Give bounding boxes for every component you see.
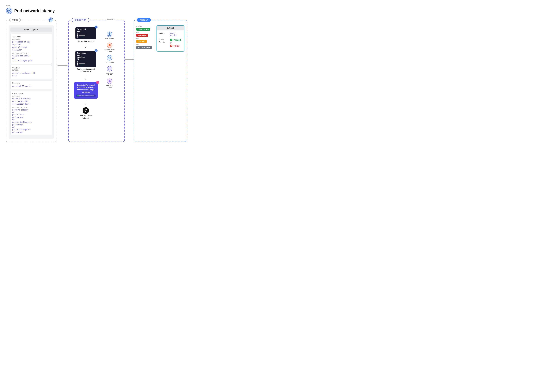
flow-node-2: ContainerandsandboxIDs Derive container …	[75, 51, 96, 73]
or-text-3: OR	[12, 119, 50, 121]
probe-failed: Failed	[170, 44, 181, 47]
container-runtime-group: Containerruntime docker , container ID c…	[10, 65, 52, 79]
probe-prometheus: PROMETHEUSPROBE	[102, 42, 117, 52]
output-card-header: Output	[157, 26, 184, 30]
flow-node-3: Create traffic control rules inside netw…	[74, 82, 98, 99]
any-one-label-1: ANY ONE OF THESE	[12, 53, 50, 54]
probe-results-values: Passed OR Failed	[170, 38, 181, 47]
app-detail-item-4: list of target pods	[12, 59, 50, 62]
http-probe-icon	[107, 55, 112, 61]
wait-icon: ⏱	[83, 107, 89, 114]
flow-node-1: TargetedPods Derive final pod list	[75, 27, 96, 43]
flow-node-label-4: Wait for ChaosInterval	[80, 115, 92, 119]
flow-node-4: ⏱ Wait for ChaosInterval	[80, 107, 92, 119]
probe-k8s: K8S PROBE	[102, 31, 117, 39]
chaos-item-6: packet duplicationpercentage	[12, 121, 50, 126]
page-wrapper: Fault Pod network latency TUNE	[6, 5, 528, 142]
arrow-circle-1	[57, 65, 59, 66]
kubernetes-icon	[6, 8, 13, 14]
probe-srm: SRM SLOPROBE	[102, 78, 117, 88]
svg-point-34	[96, 81, 99, 84]
svg-text:✓: ✓	[78, 95, 79, 96]
flow-node-label-1: Derive final pod list	[78, 40, 94, 43]
probe-results-row: ProbeResults Passed OR	[159, 38, 182, 47]
chaos-item-4: network latency	[12, 109, 50, 111]
privilege-text: Privilege access required	[79, 95, 94, 96]
probe-passed: Passed	[170, 38, 181, 42]
tune-k8s-icon	[48, 17, 53, 23]
flow-arrow-3	[86, 100, 86, 104]
arrow-execution-result	[125, 59, 134, 61]
k8s-probe-icon	[107, 31, 112, 37]
sequence-label: Sequence	[12, 82, 50, 84]
status-label: STATUS	[136, 25, 152, 27]
svg-point-27	[96, 51, 96, 51]
exec-flow: TargetedPods Derive final pod list	[71, 24, 101, 120]
privilege-badge: ✓ Privilege access required	[76, 94, 96, 97]
container-runtime-item-2: crio	[12, 75, 50, 77]
prometheus-probe-icon	[107, 42, 112, 48]
or-text-4: OR	[12, 126, 50, 128]
chaos-item-3: destination hosts	[12, 103, 50, 105]
arrow-shaft-1	[59, 65, 66, 66]
output-card-body: Metrics chaos metrics ProbeResults	[157, 30, 184, 51]
traffic-control-card: Create traffic control rules inside netw…	[74, 82, 98, 99]
arrow-head-1	[66, 65, 68, 66]
output-card: Output Metrics chaos metrics ProbeResult…	[157, 25, 184, 51]
metrics-value: chaos metrics	[170, 32, 182, 36]
container-runtime-label: Containerruntime	[12, 67, 50, 71]
result-section: RESULT STATUS COMPLETED OR ERRORED OR QU…	[134, 20, 187, 142]
srm-probe-label: SRM SLOPROBE	[106, 85, 113, 88]
sequence-group: Sequence parallel OR serial	[10, 80, 52, 89]
status-queued: QUEUED	[136, 40, 147, 43]
tune-section: TUNE User Inputs	[6, 20, 56, 142]
container-sandbox-title: ContainerandsandboxIDs	[77, 52, 94, 61]
container-runtime-item-1: docker , container ID	[12, 72, 50, 75]
probe-results-label: ProbeResults	[159, 38, 168, 43]
http-probe-label: HTTP PROBE	[105, 61, 114, 63]
status-incompleted: INCOMPLETED	[136, 46, 152, 49]
targeted-pods-card: TargetedPods	[75, 27, 96, 39]
probes-label: PROBES	[106, 19, 116, 20]
app-details-label: App Details	[12, 36, 50, 38]
or-divider-3: OR	[136, 43, 152, 45]
user-inputs-title: User Inputs	[10, 28, 52, 32]
card-k8s-icon-3	[96, 81, 99, 85]
user-inputs-card: User Inputs App Details REQUIRED percent…	[9, 25, 54, 139]
command-probe-label: COMMANDPROBE	[106, 72, 113, 75]
result-or: OR	[170, 42, 181, 44]
app-details-group: App Details REQUIRED percentage of appre…	[10, 34, 52, 64]
srm-probe-icon	[107, 78, 112, 84]
chaos-inputs-group: Chaos Inputs REQUIRED network interface …	[10, 91, 52, 135]
or-divider-2: OR	[136, 37, 152, 39]
required-label-1: REQUIRED	[12, 39, 50, 40]
card-k8s-icon-1	[94, 25, 98, 29]
fault-label: Fault	[6, 5, 528, 7]
app-detail-item-2: name of targetcontainer	[12, 46, 50, 51]
metrics-row: Metrics chaos metrics	[159, 32, 182, 36]
execution-inner: TargetedPods Derive final pod list	[71, 24, 122, 120]
required-label-2: REQUIRED	[12, 95, 50, 97]
chaos-item-2: destination IPs	[12, 100, 50, 103]
result-badge: RESULT	[137, 18, 151, 22]
svg-point-2	[9, 10, 10, 11]
probes-column: K8S PROBE PROMETHEUSPROBE	[101, 24, 117, 120]
chaos-item-5: packet losspercentage	[12, 113, 50, 119]
or-text-1: OR	[12, 57, 50, 59]
svg-point-53	[109, 44, 111, 46]
command-probe-icon	[107, 66, 112, 72]
passed-label: Passed	[174, 39, 181, 41]
svg-point-44	[109, 34, 110, 35]
or-text-2: OR	[12, 111, 50, 113]
chaos-item-1: network interface	[12, 98, 50, 100]
status-errored: ERRORED	[136, 34, 148, 37]
chaos-inputs-label: Chaos Inputs	[12, 92, 50, 94]
svg-point-19	[96, 27, 96, 27]
app-detail-item-1: percentage of appreplicas	[12, 41, 50, 46]
prometheus-probe-label: PROMETHEUSPROBE	[105, 49, 115, 52]
execution-badge: EXECUTION	[72, 18, 89, 22]
wait-node: ⏱ Wait for ChaosInterval	[80, 107, 92, 119]
page-title-row: Pod network latency	[6, 8, 528, 14]
sequence-item: parallel OR serial	[12, 85, 50, 88]
probe-http: HTTP PROBE	[102, 55, 117, 63]
